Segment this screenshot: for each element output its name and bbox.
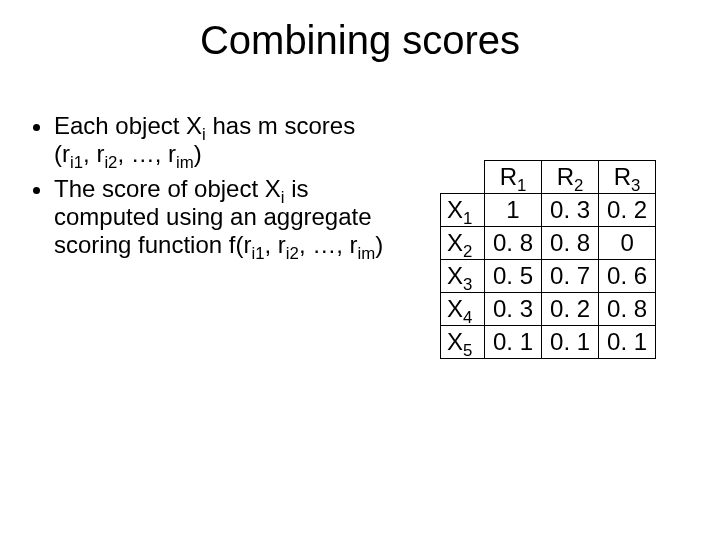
subscript: im <box>176 153 194 172</box>
table-row: X1 1 0. 3 0. 2 <box>441 194 656 227</box>
cell: 0. 7 <box>542 260 599 293</box>
cell: 0. 5 <box>485 260 542 293</box>
col-header: R2 <box>542 161 599 194</box>
text: X <box>447 328 463 355</box>
subscript: 1 <box>463 209 472 228</box>
text: , r <box>83 140 104 167</box>
col-header: R3 <box>599 161 656 194</box>
table-corner <box>441 161 485 194</box>
cell: 0. 2 <box>599 194 656 227</box>
subscript: i2 <box>104 153 117 172</box>
cell: 1 <box>485 194 542 227</box>
cell: 0. 1 <box>485 326 542 359</box>
subscript: 2 <box>574 176 583 195</box>
subscript: i1 <box>70 153 83 172</box>
col-header: R1 <box>485 161 542 194</box>
table-header-row: R1 R2 R3 <box>441 161 656 194</box>
cell: 0. 2 <box>542 293 599 326</box>
subscript: i2 <box>286 244 299 263</box>
text: X <box>447 295 463 322</box>
cell: 0. 1 <box>542 326 599 359</box>
text: X <box>447 196 463 223</box>
text: , …, r <box>117 140 176 167</box>
row-header: X4 <box>441 293 485 326</box>
text: Each object X <box>54 112 202 139</box>
table-row: X3 0. 5 0. 7 0. 6 <box>441 260 656 293</box>
cell: 0 <box>599 227 656 260</box>
row-header: X3 <box>441 260 485 293</box>
slide-title: Combining scores <box>0 18 720 63</box>
score-table: R1 R2 R3 X1 1 0. 3 0. 2 X2 0. 8 0. 8 0 X… <box>440 160 656 359</box>
text: X <box>447 262 463 289</box>
text: X <box>447 229 463 256</box>
text: , …, r <box>299 231 358 258</box>
cell: 0. 6 <box>599 260 656 293</box>
text: ) <box>375 231 383 258</box>
cell: 0. 8 <box>599 293 656 326</box>
table-row: X4 0. 3 0. 2 0. 8 <box>441 293 656 326</box>
cell: 0. 8 <box>485 227 542 260</box>
subscript: 2 <box>463 242 472 261</box>
row-header: X5 <box>441 326 485 359</box>
cell: 0. 1 <box>599 326 656 359</box>
subscript: 4 <box>463 308 472 327</box>
subscript: 3 <box>631 176 640 195</box>
text: R <box>557 163 574 190</box>
text: , r <box>264 231 285 258</box>
row-header: X1 <box>441 194 485 227</box>
row-header: X2 <box>441 227 485 260</box>
bullet-1: Each object Xi has m scores (ri1, ri2, …… <box>54 112 394 169</box>
subscript: im <box>358 244 376 263</box>
table-row: X5 0. 1 0. 1 0. 1 <box>441 326 656 359</box>
text: R <box>614 163 631 190</box>
slide: Combining scores Each object Xi has m sc… <box>0 0 720 540</box>
cell: 0. 8 <box>542 227 599 260</box>
bullet-2: The score of object Xi is computed using… <box>54 175 394 260</box>
subscript: 3 <box>463 275 472 294</box>
text: The score of object X <box>54 175 281 202</box>
table-row: X2 0. 8 0. 8 0 <box>441 227 656 260</box>
subscript: i1 <box>251 244 264 263</box>
text: R <box>500 163 517 190</box>
subscript: 1 <box>517 176 526 195</box>
slide-body: Each object Xi has m scores (ri1, ri2, …… <box>34 112 394 266</box>
text: ) <box>194 140 202 167</box>
cell: 0. 3 <box>485 293 542 326</box>
cell: 0. 3 <box>542 194 599 227</box>
subscript: 5 <box>463 341 472 360</box>
